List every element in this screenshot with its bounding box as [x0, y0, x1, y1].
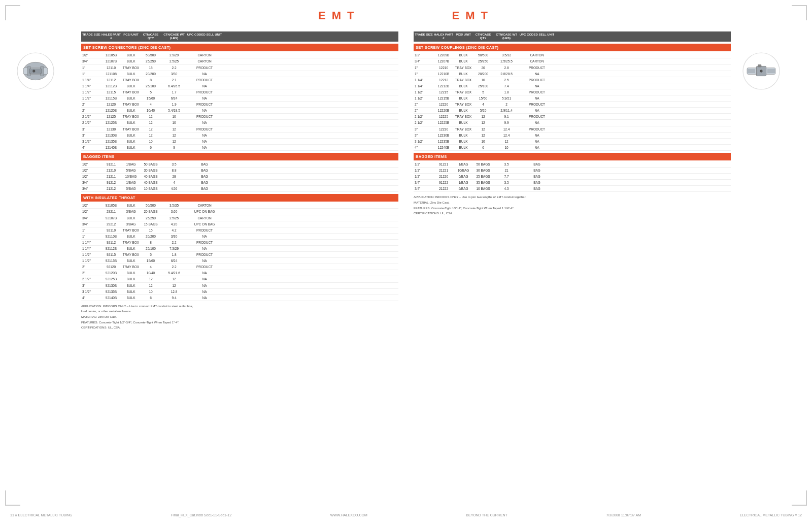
table-row: 1"92110TRAY BOX154.2PRODUCT: [81, 227, 398, 234]
note-line: load center, or other metal enclosure.: [81, 309, 398, 314]
table-row: 2"12120TRAY BOX41.9PRODUCT: [81, 102, 398, 108]
table-row: 3/4"912121/BAG40 BAGS4BAG: [81, 180, 398, 186]
table-row: 1 1/4"12212TRAY BOX102.5PRODUCT: [414, 77, 731, 83]
col-header-ctn-r: CTN/CASE QTY: [472, 33, 494, 40]
table-row: 3"92130BBULK1212NA: [81, 283, 398, 289]
note-line: APPLICATION: INDOORS ONLY – Use to conne…: [81, 304, 398, 309]
table-row: 1 1/2"92115BBULK15/606/24NA: [81, 258, 398, 264]
left-section1-table: 1/2"12105BBULK50/5002.9/29CARTON3/4"1210…: [81, 52, 398, 151]
table-row: 3"12230BBULK1212.4NA: [414, 133, 731, 139]
table-row: 1/2"292113/BAG20 BAGS3.60UPC ON BAG: [81, 209, 398, 215]
footer-file: Final_HLX_Cat.indd Sec1-11-Sec1-12: [171, 513, 231, 517]
table-row: 2"92120BBULK10/405.4/21.6NA: [81, 270, 398, 276]
table-row: 4"92140BBULK69.4NA: [81, 295, 398, 301]
footer-date: 7/3/2008 11:07:37 AM: [606, 513, 641, 517]
left-section3-table: 1/2"92105BBULK50/5003.5/35CARTON1/2"2921…: [81, 203, 398, 301]
table-row: 3/4"92107BBULK25/2502.5/25CARTON: [81, 215, 398, 221]
col-header-trade: TRADE SIZE: [82, 33, 100, 40]
table-row: 3"12230TRAY BOX1212.4PRODUCT: [414, 126, 731, 133]
svg-point-6: [32, 70, 35, 73]
table-row: 1"12210BBULK20/2002.8/28.5NA: [414, 71, 731, 77]
table-row: 1 1/4"92112TRAY BOX82.2PRODUCT: [81, 240, 398, 246]
col-header-pcs: PCS/ UNIT: [122, 33, 140, 40]
table-row: 1"12110TRAY BOX152.2PRODUCT: [81, 65, 398, 71]
table-row: 1 1/2"12215BBULK15/605.9/21NA: [414, 95, 731, 102]
right-section2-header: BAGGED ITEMS: [414, 153, 731, 160]
left-table-header: TRADE SIZE HALEX PART # PCS/ UNIT CTN/CA…: [81, 31, 398, 42]
svg-rect-5: [29, 69, 42, 74]
table-row: 1/2"212205/BAG25 BAGS7.7BAG: [414, 174, 731, 180]
table-row: 1 1/2"92115TRAY BOX51.8PRODUCT: [81, 252, 398, 258]
right-notes: APPLICATION: INDOORS ONLY – Use to join …: [414, 195, 731, 216]
table-row: 2 1/2"12225BBULK129.9NA: [414, 120, 731, 126]
table-row: 4"12240BBULK610NA: [414, 145, 731, 151]
svg-rect-12: [747, 69, 755, 73]
note-line: FEATURES: Concrete-Tight 1/2"-1"; Concre…: [414, 206, 731, 211]
corner-br: [792, 490, 807, 506]
product-image-right: [741, 51, 797, 107]
table-row: 1 1/2"12215TRAY BOX51.8PRODUCT: [414, 89, 731, 95]
table-row: 3 1/2"92135BBULK1012.8NA: [81, 289, 398, 295]
page-footer: 11 // ELECTRICAL METALLIC TUBING Final_H…: [0, 513, 812, 517]
col-header-ctnwt: CTN/CASE WT (LBS): [161, 33, 187, 40]
table-row: 3 1/2"12135BBULK1012NA: [81, 139, 398, 145]
table-row: 3/4"292123/BAG15 BAGS4.20UPC ON BAG: [81, 221, 398, 227]
left-section3-header: WITH INSULATED THROAT: [81, 194, 398, 202]
page-title: EMT EMT: [318, 9, 494, 22]
right-section2-table: 1/2"912211/BAG50 BAGS3.5BAG1/2"2122110/B…: [414, 161, 731, 192]
table-row: 3/4"12207BBULK25/2502.5/25.5CARTON: [414, 58, 731, 64]
note-line: MATERIAL: Zinc Die Cast.: [414, 201, 731, 206]
svg-rect-10: [758, 64, 761, 67]
col-header-pcs-r: PCS/ UNIT: [454, 33, 472, 40]
table-row: 1"121108BULK20/2003/30NA: [81, 71, 398, 77]
product-image-left: [15, 51, 71, 107]
table-row: 1 1/4"12212BBULK25/1007.4NA: [414, 83, 731, 89]
left-panel: TRADE SIZE HALEX PART # PCS/ UNIT CTN/CA…: [81, 31, 398, 331]
note-line: FEATURES: Concrete-Tight 1/2"-3/4"; Conc…: [81, 320, 398, 325]
col-header-halex-r: HALEX PART #: [433, 33, 454, 40]
table-row: 4"12140BBULK69NA: [81, 145, 398, 151]
table-row: 1/2"212105/BAG30 BAGS8.8BAG: [81, 168, 398, 174]
table-row: 2 1/2"12125TRAY BOX1210PRODUCT: [81, 114, 398, 120]
right-section1-header: SET-SCREW COUPLINGS (ZINC DIE CAST): [414, 44, 731, 51]
table-row: 1/2"12105BBULK50/5002.9/29CARTON: [81, 52, 398, 58]
page-container: EMT EMT: [0, 0, 812, 526]
col-header-upc: UPC CODED SELL UNIT: [187, 33, 222, 40]
table-row: 2"12120BBULK10/405.4/18.5NA: [81, 108, 398, 114]
table-row: 1 1/4"12112BBULK25/1006.4/26.5NA: [81, 83, 398, 89]
table-row: 3"12130BBULK1212NA: [81, 133, 398, 139]
left-section2-header: BAGGED ITEMS: [81, 153, 398, 160]
table-row: 2"92120TRAY BOX42.2PRODUCT: [81, 264, 398, 270]
col-header-ctn: CTN/CASE QTY: [140, 33, 161, 40]
table-row: 2 1/2"12225TRAY BOX129.1PRODUCT: [414, 114, 731, 120]
table-row: 1/2"912111/BAG50 BAGS3.5BAG: [81, 161, 398, 168]
corner-tl: [5, 5, 20, 20]
table-row: 3/4"212125/BAG10 BAGS4.56BAG: [81, 186, 398, 192]
table-row: 1/2"912211/BAG50 BAGS3.5BAG: [414, 161, 731, 168]
right-table-header: TRADE SIZE HALEX PART # PCS/ UNIT CTN/CA…: [414, 31, 731, 42]
col-header-ctnwt-r: CTN/CASE WT (LBS): [494, 33, 519, 40]
corner-bl: [5, 490, 20, 506]
table-row: 2"12220TRAY BOX42PRODUCT: [414, 102, 731, 108]
svg-point-11: [760, 70, 763, 73]
table-row: 2 1/2"12125BBULK1210NA: [81, 120, 398, 126]
table-row: 1/2"2121110/BAG40 BAGS28BAG: [81, 174, 398, 180]
page-header: EMT EMT: [0, 0, 812, 26]
footer-right: ELECTRICAL METALLIC TUBING // 12: [740, 513, 802, 517]
table-row: 3/4"12107BBULK25/2502.5/25CARTON: [81, 58, 398, 64]
left-notes: APPLICATION: INDOORS ONLY – Use to conne…: [81, 304, 398, 331]
note-line: CERTIFICATIONS: UL, CSA.: [414, 211, 731, 216]
note-line: APPLICATION: INDOORS ONLY – Use to join …: [414, 195, 731, 200]
table-row: 3/4"212225/BAG10 BAGS4.5BAG: [414, 186, 731, 192]
footer-center-right: BEYOND THE CURRENT: [466, 513, 507, 517]
table-row: 1 1/4"92112BBULK25/1007.3/29NA: [81, 246, 398, 252]
svg-rect-13: [767, 69, 775, 73]
note-line: MATERIAL: Zinc Die Cast.: [81, 315, 398, 320]
main-content: TRADE SIZE HALEX PART # PCS/ UNIT CTN/CA…: [0, 31, 812, 331]
col-header-trade-r: TRADE SIZE: [415, 33, 433, 40]
right-panel: TRADE SIZE HALEX PART # PCS/ UNIT CTN/CA…: [414, 31, 731, 331]
corner-tr: [792, 5, 807, 20]
table-row: 1"12210TRAY BOX202.8PRODUCT: [414, 65, 731, 71]
col-header-halex: HALEX PART #: [100, 33, 122, 40]
table-row: 1 1/2"12115TRAY BOX51.7PRODUCT: [81, 89, 398, 95]
